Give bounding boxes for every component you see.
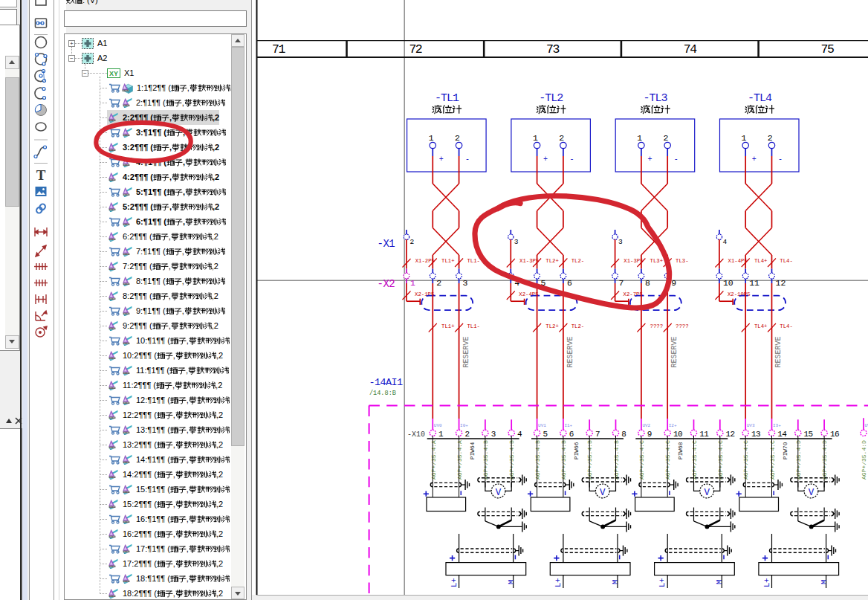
svg-text:V: V [809, 488, 814, 498]
svg-text:4: 4 [722, 238, 727, 246]
svg-text:I0+: I0+ [460, 423, 468, 428]
svg-text:2: 2 [664, 133, 669, 143]
svg-text:10: 10 [723, 278, 733, 288]
svg-text:3: 3 [491, 430, 496, 439]
svg-text:TL2-: TL2- [571, 258, 585, 264]
svg-text:RESERVE: RESERVE [774, 336, 783, 367]
svg-text:PIW64: PIW64 [470, 442, 476, 459]
svg-text:L+: L+ [762, 578, 771, 587]
svg-text:-TL3: -TL3 [644, 92, 668, 105]
svg-text:1: 1 [637, 133, 642, 143]
svg-text:AGP+/35.4:D: AGP+/35.4:D [795, 440, 802, 480]
svg-text:12: 12 [776, 278, 786, 288]
svg-text:TL3-: TL3- [676, 258, 689, 264]
svg-text:M: M [611, 580, 620, 584]
svg-text:1: 1 [410, 278, 415, 288]
svg-text:X1-3P5: X1-3P5 [624, 258, 643, 264]
svg-text:9: 9 [671, 278, 676, 288]
svg-text:TL4+: TL4+ [754, 258, 768, 264]
svg-text:/14.8:B: /14.8:B [369, 390, 396, 397]
svg-text:-: - [465, 155, 470, 164]
svg-text:AGP+/35.4:D: AGP+/35.4:D [821, 440, 828, 480]
svg-text:-: - [778, 155, 783, 164]
svg-text:8: 8 [621, 430, 626, 439]
svg-text:M: M [715, 580, 724, 584]
svg-text:73: 73 [546, 42, 559, 57]
svg-text:UV1: UV1 [538, 423, 546, 428]
svg-text:AGP+/35.4:C: AGP+/35.4:C [717, 440, 724, 480]
svg-text:I2+: I2+ [669, 423, 677, 428]
svg-text:6: 6 [567, 278, 572, 288]
svg-text:TL4+: TL4+ [754, 323, 768, 329]
svg-text:L+: L+ [554, 578, 563, 587]
svg-text:AGP+/35.4:A: AGP+/35.4:A [456, 440, 463, 480]
svg-text:-14AI1: -14AI1 [369, 377, 403, 388]
svg-text:UV0: UV0 [434, 423, 442, 428]
svg-text:10: 10 [673, 430, 682, 439]
svg-text:TL1+: TL1+ [441, 323, 455, 329]
svg-text:+: + [752, 155, 757, 164]
svg-text:PIW70: PIW70 [783, 442, 788, 459]
svg-text:14: 14 [777, 430, 787, 439]
svg-text:M: M [820, 580, 829, 584]
svg-text:AGP+/35.4:B: AGP+/35.4:B [586, 440, 593, 480]
svg-text:2: 2 [464, 430, 469, 439]
svg-text:1: 1 [438, 430, 444, 439]
svg-text:AGP+/35.4:B: AGP+/35.4:B [482, 440, 489, 480]
svg-text:-TL1: -TL1 [435, 92, 459, 105]
svg-text:7: 7 [595, 430, 600, 439]
svg-text:UV2: UV2 [642, 423, 650, 428]
svg-text:75: 75 [820, 42, 833, 57]
svg-text:-TL4: -TL4 [748, 92, 772, 105]
svg-text:M: M [507, 580, 516, 584]
svg-text:AGP+/35.4:A: AGP+/35.4:A [430, 440, 437, 480]
svg-text:7: 7 [619, 278, 624, 288]
svg-text:-X10: -X10 [407, 430, 425, 439]
svg-text:AGP+/35.4:C: AGP+/35.4:C [691, 440, 698, 480]
svg-text:-TL2: -TL2 [539, 92, 563, 105]
svg-text:+: + [439, 155, 444, 164]
svg-text:????: ???? [650, 323, 664, 329]
svg-text:TL2+: TL2+ [545, 258, 559, 264]
svg-text:1: 1 [429, 133, 434, 143]
svg-text:2: 2 [410, 238, 415, 246]
svg-text:L+: L+ [450, 578, 459, 587]
svg-text:????: ???? [676, 323, 689, 329]
svg-text:AGP+/35.4:C: AGP+/35.4:C [638, 440, 645, 480]
svg-text:-: - [569, 155, 574, 164]
svg-text:TL4-: TL4- [780, 323, 793, 329]
svg-text:TL4-: TL4- [780, 258, 793, 264]
svg-text:TL1+: TL1+ [441, 258, 455, 264]
svg-text:11: 11 [699, 430, 709, 439]
svg-text:RESERVE: RESERVE [670, 336, 678, 367]
svg-text:4: 4 [514, 278, 519, 288]
svg-text:AGP+/35.4:C: AGP+/35.4:C [769, 440, 776, 480]
svg-text:TL3+: TL3+ [650, 258, 664, 264]
svg-text:V: V [600, 488, 606, 498]
svg-text:UV3: UV3 [747, 423, 755, 428]
svg-text:AGP+/35.4:B: AGP+/35.4:B [508, 440, 515, 480]
svg-text:TL2+: TL2+ [545, 323, 559, 329]
svg-text:15: 15 [804, 430, 813, 439]
svg-text:X1-4P5: X1-4P5 [728, 258, 748, 264]
svg-text:AGP+/35.4:B: AGP+/35.4:B [534, 440, 541, 480]
svg-text:+: + [543, 155, 548, 164]
svg-text:PIW68: PIW68 [678, 442, 684, 459]
svg-text:5: 5 [542, 430, 547, 439]
svg-text:AGP+/35.4:C: AGP+/35.4:C [664, 440, 671, 480]
svg-text:RESERVE: RESERVE [462, 336, 470, 367]
svg-text:2: 2 [436, 278, 441, 288]
svg-text:5: 5 [541, 278, 546, 288]
svg-text:2: 2 [768, 133, 773, 143]
svg-text:AGP+/35.4:C: AGP+/35.4:C [742, 440, 749, 480]
svg-text:TL1-: TL1- [467, 258, 480, 264]
svg-text:AGP+/35.4:D: AGP+/35.4:D [861, 440, 867, 480]
svg-text:I3+: I3+ [773, 423, 781, 428]
svg-text:PIW66: PIW66 [574, 442, 580, 459]
svg-text:TL1-: TL1- [467, 323, 480, 329]
svg-text:X1-2P5: X1-2P5 [415, 258, 435, 264]
svg-text:AGP+/35.4:B: AGP+/35.4:B [613, 440, 620, 480]
svg-text:I1+: I1+ [564, 423, 572, 428]
svg-text:1: 1 [742, 133, 747, 143]
svg-text:RESERVE: RESERVE [566, 336, 574, 367]
